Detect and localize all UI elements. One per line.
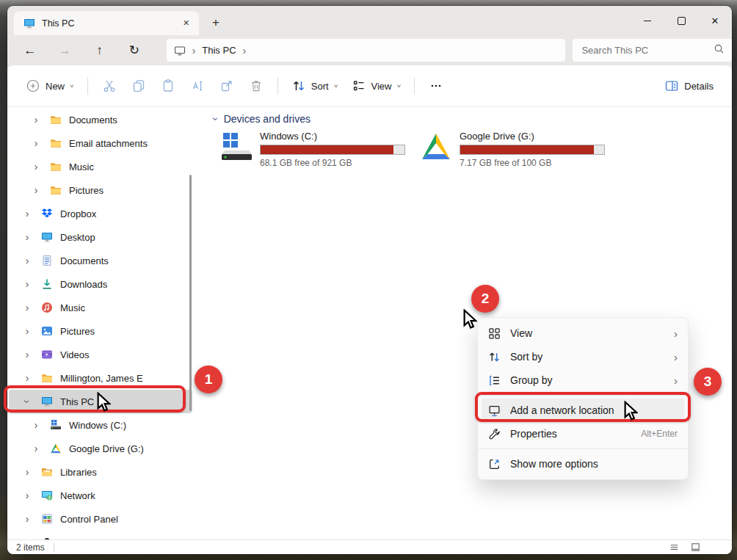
chevron-right-icon[interactable]: › — [28, 443, 44, 454]
sidebar-item-label: Google Drive (G:) — [69, 443, 144, 454]
refresh-button[interactable]: ↻ — [122, 40, 146, 62]
chevron-right-icon[interactable]: › — [28, 161, 44, 172]
sidebar-item-libraries[interactable]: ›Libraries — [9, 460, 192, 484]
chevron-right-icon[interactable]: › — [19, 466, 35, 478]
menu-item-view[interactable]: View › — [482, 321, 684, 345]
sidebar-item-network[interactable]: ›Network — [9, 484, 192, 507]
chevron-right-icon: › — [192, 45, 196, 57]
sidebar-item-documents[interactable]: ›Documents — [9, 249, 192, 272]
sort-button[interactable]: Sort ˅ — [285, 73, 345, 99]
menu-item-sort-by[interactable]: Sort by › — [482, 345, 684, 368]
chevron-right-icon[interactable]: › — [19, 302, 35, 313]
maximize-button[interactable] — [664, 6, 698, 35]
tab-close-icon[interactable]: ✕ — [179, 16, 193, 30]
delete-button[interactable] — [242, 73, 271, 99]
cut-button[interactable] — [95, 73, 124, 99]
sidebar-item-videos[interactable]: ›Videos — [9, 343, 192, 366]
folder-icon — [41, 372, 53, 384]
drive-name: Google Drive (G:) — [460, 131, 605, 142]
view-button[interactable]: View ˅ — [345, 73, 408, 99]
expand-icon — [488, 458, 501, 470]
folder-icon — [50, 114, 62, 126]
google-drive-icon — [420, 132, 452, 161]
chevron-right-icon[interactable]: › — [19, 255, 35, 266]
sidebar-item-music[interactable]: ›Music — [9, 155, 192, 178]
sidebar-item-dropbox[interactable]: ›Dropbox — [9, 202, 192, 225]
chevron-right-icon[interactable]: › — [19, 208, 35, 219]
menu-item-label: Sort by — [510, 351, 542, 363]
sidebar-item-pictures[interactable]: ›Pictures — [9, 178, 192, 202]
details-view-icon[interactable] — [669, 542, 680, 553]
rename-button[interactable] — [183, 73, 212, 99]
large-icons-view-icon[interactable] — [690, 542, 701, 553]
tab-this-pc[interactable]: This PC ✕ — [14, 11, 199, 35]
copy-button[interactable] — [124, 73, 153, 99]
sidebar-item-windows-c[interactable]: ›Windows (C:) — [9, 413, 192, 437]
menu-item-show-more-options[interactable]: Show more options — [482, 452, 684, 476]
search-box[interactable] — [573, 39, 732, 62]
chevron-right-icon[interactable]: › — [19, 349, 35, 360]
group-header-devices-and-drives[interactable]: › Devices and drives — [214, 113, 732, 125]
sidebar-item-desktop[interactable]: ›Desktop — [9, 225, 192, 249]
chevron-right-icon[interactable]: › — [28, 137, 44, 149]
back-button[interactable]: ← — [18, 40, 42, 62]
sidebar-item-documents[interactable]: ›Documents — [9, 108, 192, 131]
menu-item-label: Show more options — [510, 458, 598, 470]
chevron-right-icon[interactable]: › — [19, 372, 35, 384]
sidebar-item-label: Windows (C:) — [69, 420, 126, 431]
chevron-right-icon[interactable]: › — [19, 513, 35, 525]
drive-google-drive-g[interactable]: Google Drive (G:) 7.17 GB free of 100 GB — [420, 131, 605, 168]
address-bar[interactable]: › This PC › — [167, 39, 566, 62]
chevron-right-icon[interactable]: › — [19, 231, 35, 243]
drive-info: Windows (C:) 68.1 GB free of 921 GB — [260, 131, 405, 168]
chevron-right-icon[interactable]: › — [19, 325, 35, 337]
mouse-cursor — [462, 309, 477, 332]
folder-icon — [50, 184, 62, 196]
menu-item-group-by[interactable]: Group by › — [482, 368, 684, 392]
share-button[interactable] — [212, 73, 242, 99]
menu-item-label: Group by — [510, 374, 553, 386]
linux-icon — [41, 537, 53, 539]
see-more-button[interactable] — [421, 73, 451, 99]
close-button[interactable]: ✕ — [698, 6, 732, 35]
up-button[interactable]: ↑ — [87, 40, 112, 62]
sidebar-item-email-attachments[interactable]: ›Email attachments — [9, 131, 192, 155]
drive-windows-c[interactable]: Windows (C:) 68.1 GB free of 921 GB — [220, 131, 405, 168]
window-controls: ✕ — [631, 6, 732, 35]
sidebar-item-linux[interactable]: ›Linux — [9, 531, 192, 539]
sidebar-item-label: Videos — [60, 349, 90, 360]
menu-item-properties[interactable]: Properties Alt+Enter — [482, 422, 684, 446]
details-pane-button[interactable]: Details — [658, 73, 720, 99]
chevron-right-icon[interactable]: › — [19, 278, 35, 290]
libraries-icon — [41, 466, 53, 478]
mouse-cursor — [96, 392, 111, 415]
chevron-down-icon[interactable]: › — [210, 117, 222, 121]
breadcrumb-this-pc[interactable]: This PC — [202, 45, 236, 56]
sidebar-scrollbar[interactable] — [189, 175, 192, 411]
chevron-right-icon[interactable]: › — [243, 45, 247, 57]
sidebar-item-control-panel[interactable]: ›Control Panel — [9, 507, 192, 531]
dropbox-icon — [41, 208, 53, 219]
paste-button[interactable] — [153, 73, 183, 99]
new-tab-button[interactable]: + — [206, 13, 225, 32]
search-input[interactable] — [580, 44, 714, 57]
toolbar-divider — [414, 77, 415, 95]
sidebar-item-label: Downloads — [60, 279, 107, 290]
chevron-right-icon[interactable]: › — [19, 490, 35, 501]
sidebar-item-google-drive-g[interactable]: ›Google Drive (G:) — [9, 437, 192, 460]
new-button[interactable]: New ˅ — [19, 73, 81, 99]
chevron-right-icon[interactable]: › — [19, 537, 35, 539]
plus-circle-icon — [26, 79, 40, 93]
sidebar-item-music[interactable]: ›Music — [9, 296, 192, 319]
videos-icon — [41, 349, 53, 360]
sidebar-item-pictures[interactable]: ›Pictures — [9, 319, 192, 343]
minimize-button[interactable] — [631, 6, 664, 35]
documents-icon — [41, 255, 53, 266]
forward-button[interactable]: → — [52, 40, 76, 62]
sidebar-item-label: Linux — [60, 537, 83, 540]
chevron-right-icon[interactable]: › — [28, 184, 44, 196]
chevron-right-icon[interactable]: › — [28, 419, 44, 431]
chevron-right-icon[interactable]: › — [28, 114, 44, 126]
drive-tiles: Windows (C:) 68.1 GB free of 921 GB Goog… — [214, 131, 732, 168]
sidebar-item-downloads[interactable]: ›Downloads — [9, 272, 192, 296]
